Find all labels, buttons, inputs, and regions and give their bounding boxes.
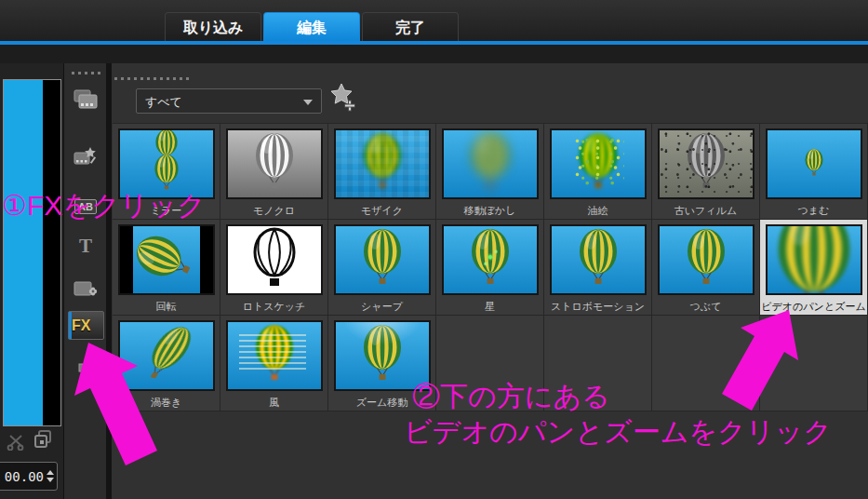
effect-filter-dropdown[interactable]: すべて	[136, 88, 322, 114]
effect-label: つまむ	[760, 204, 867, 218]
effect-thumbnail[interactable]	[766, 128, 862, 199]
effect-thumbnail[interactable]	[334, 128, 431, 199]
title-ab-icon: AB	[74, 199, 97, 214]
effect-label: モノクロ	[220, 204, 327, 218]
sidebar-item-subtitle[interactable]: T	[64, 235, 107, 258]
top-step-bar: 取り込み 編集 完了	[0, 0, 868, 41]
motion-icon	[78, 363, 93, 372]
effect-item-oldfilm[interactable]: 古いフィルム	[652, 124, 760, 220]
subtitle-t-icon: T	[79, 235, 92, 257]
balloon-graphic	[336, 322, 429, 389]
sidebar-item-motion[interactable]	[64, 359, 107, 376]
effect-item-rotate[interactable]: 回転	[113, 220, 220, 316]
effect-item-sharp[interactable]: シャープ	[328, 220, 436, 316]
effect-label: ズーム移動	[328, 396, 435, 410]
sidebar-item-title[interactable]: AB	[64, 197, 107, 214]
effect-thumbnail[interactable]	[118, 320, 215, 391]
preview-panel: 00.00	[0, 63, 63, 499]
balloon-graphic	[552, 130, 645, 197]
effect-label: シャープ	[328, 300, 435, 314]
balloon-graphic	[118, 320, 215, 391]
effect-label: 回転	[113, 300, 220, 314]
effect-item-motionblur[interactable]: 移動ぼかし	[436, 124, 544, 220]
empty-grid-cell	[436, 316, 544, 411]
scissors-icon[interactable]	[7, 434, 27, 454]
effect-item-zoommove[interactable]: ズーム移動	[328, 316, 436, 411]
balloon-graphic	[660, 130, 753, 197]
sidebar-item-media[interactable]	[64, 89, 107, 114]
effect-label: ロトスケッチ	[220, 300, 327, 314]
empty-grid-cell	[652, 316, 760, 411]
panel-grip[interactable]	[72, 72, 103, 74]
effect-thumbnail[interactable]	[550, 128, 647, 199]
balloon-graphic	[442, 128, 539, 199]
copy-icon[interactable]	[33, 429, 53, 453]
effect-label: 油絵	[544, 204, 651, 218]
effect-item-mirror[interactable]: ミラー	[113, 124, 220, 220]
empty-grid-cell	[544, 316, 652, 411]
effect-label: つぶて	[652, 300, 759, 314]
balloon-graphic	[137, 153, 195, 195]
balloon-graphic	[660, 226, 753, 293]
transition-icon	[73, 145, 98, 166]
effect-thumbnail[interactable]	[550, 224, 647, 295]
panel-grip[interactable]	[114, 77, 189, 80]
effect-item-wind[interactable]: 風	[220, 316, 328, 411]
effect-label: 移動ぼかし	[436, 204, 543, 218]
library-sidebar: AB T FX	[63, 63, 106, 499]
balloon-graphic	[336, 226, 429, 293]
effect-thumbnail[interactable]	[334, 320, 431, 391]
effect-thumbnail[interactable]	[442, 224, 539, 295]
balloon-graphic	[792, 148, 836, 181]
preview-letterbox	[43, 80, 60, 425]
effect-label: ミラー	[113, 204, 220, 218]
effect-thumbnail[interactable]	[118, 128, 215, 199]
tab-edit[interactable]: 編集	[263, 12, 360, 41]
sidebar-item-overlay[interactable]	[64, 279, 107, 303]
media-library-icon	[73, 89, 98, 110]
effect-label: 星	[436, 300, 543, 314]
balloon-graphic	[552, 226, 645, 293]
effect-item-roto[interactable]: ロトスケッチ	[220, 220, 328, 316]
effect-item-tsubute[interactable]: つぶて	[652, 220, 760, 316]
effect-item-strobe[interactable]: ストロボモーション	[544, 220, 652, 316]
balloon-graphic	[444, 226, 537, 293]
duration-spinbox[interactable]: 00.00	[0, 462, 58, 491]
effect-item-oil[interactable]: 油絵	[544, 124, 652, 220]
tab-complete[interactable]: 完了	[362, 12, 459, 41]
accent-underline	[0, 41, 868, 45]
empty-grid-cell	[760, 316, 868, 411]
effect-item-star[interactable]: 星	[436, 220, 544, 316]
effect-thumbnail[interactable]	[226, 320, 323, 391]
chevron-down-icon	[303, 100, 313, 105]
tab-import[interactable]: 取り込み	[165, 12, 261, 41]
effect-item-pinch[interactable]: つまむ	[760, 124, 868, 220]
effect-thumbnail[interactable]	[226, 224, 323, 295]
effect-thumbnail[interactable]	[442, 128, 539, 199]
preview-monitor	[3, 79, 61, 426]
effect-thumbnail[interactable]	[658, 128, 754, 199]
effect-thumbnail[interactable]	[334, 224, 431, 295]
balloon-graphic	[228, 130, 321, 197]
add-favorite-button[interactable]	[327, 82, 357, 115]
step-tabs: 取り込み 編集 完了	[165, 12, 459, 41]
effect-thumbnail[interactable]	[118, 224, 215, 295]
preview-video-area	[4, 80, 43, 425]
effects-library-panel: すべて ミラーモノクロモザイク移動ぼかし油絵古いフィルムつまむ回転ロトスケッチシ…	[112, 63, 868, 499]
effect-label: モザイク	[328, 204, 435, 218]
balloon-graphic	[336, 130, 429, 197]
effect-thumbnail[interactable]	[766, 224, 862, 295]
effect-thumbnail[interactable]	[658, 224, 754, 295]
effect-item-mono[interactable]: モノクロ	[220, 124, 328, 220]
balloon-graphic	[766, 224, 862, 295]
effect-item-swirl[interactable]: 渦巻き	[113, 316, 220, 411]
effect-thumbnail[interactable]	[226, 128, 323, 199]
sidebar-item-fx[interactable]: FX	[68, 311, 104, 340]
sidebar-item-transition[interactable]	[64, 145, 107, 169]
effect-label: 古いフィルム	[652, 204, 759, 218]
spinner-arrows[interactable]	[44, 463, 57, 490]
effect-item-panzoom[interactable]: ビデオのパンとズーム	[760, 220, 868, 316]
effect-item-mosaic[interactable]: モザイク	[328, 124, 436, 220]
duration-value: 00.00	[0, 469, 44, 484]
star-plus-icon	[327, 82, 357, 112]
